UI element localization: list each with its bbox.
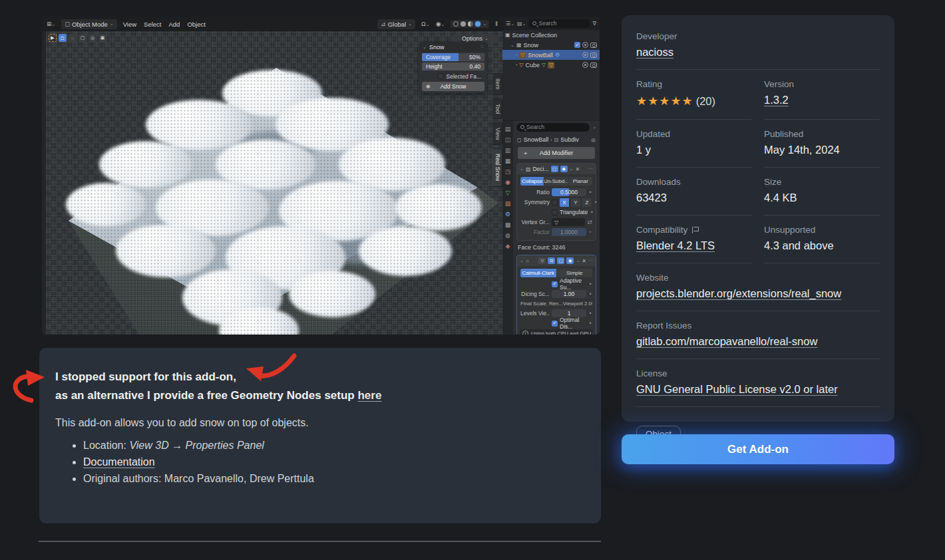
documentation-link[interactable]: Documentation [83, 456, 155, 468]
snow-blob [116, 224, 216, 277]
developer-label: Developer [636, 31, 880, 41]
size-label: Size [764, 177, 880, 187]
section-divider [39, 541, 601, 542]
rating-cell: Rating ★★★★★(20) [636, 70, 752, 120]
menu-object: Object [187, 21, 205, 28]
eye-icon [582, 62, 588, 68]
collapse-button: Collapse [520, 177, 544, 186]
vertex-group-row: Vertex Gr... ▽ ⇄ [520, 218, 592, 226]
published-cell: Published May 14th, 2024 [764, 120, 880, 168]
display-render-toggle-icon: ◉ [566, 257, 574, 264]
material-shading-icon [468, 21, 473, 27]
license-cell: License GNU General Public License v2.0 … [636, 359, 880, 407]
ratio-slider: 0.5000 [552, 188, 586, 196]
select-circle-icon: ◌ [69, 34, 77, 42]
active-tool-row: ▶ ◻ ◌ ▢ ◎ ▣ [49, 34, 106, 42]
final-scale-text: Final Scale: Ren...Viewport 2.00 px [520, 301, 592, 307]
vertex-group-field: ▽ [552, 218, 585, 226]
website-link[interactable]: projects.blender.org/extensions/real_sno… [636, 287, 841, 299]
modifier-icon: ⊡ [554, 137, 559, 143]
triangulate-checkbox [552, 210, 558, 215]
updated-cell: Updated 1 y [636, 120, 752, 168]
vertex-group-icon: ▽ [554, 219, 558, 225]
documentation-item: Documentation [83, 456, 585, 468]
unsupported-label: Unsupported [764, 225, 880, 235]
properties-header: Search ⌄ [513, 120, 600, 134]
outliner-funnel-icon: ∇ [593, 21, 596, 27]
version-link[interactable]: 1.3.2 [764, 94, 789, 106]
display-viewport-toggle-icon: ▢ [551, 166, 558, 172]
tab-real-snow: Real Snow [492, 148, 502, 186]
scene-tab-icon: ◳ [505, 168, 511, 175]
viewlayer-tab-icon: ▦ [505, 158, 511, 164]
support-notice-heading: I stopped support for this add-on, as an… [55, 368, 585, 405]
size-cell: Size 4.4 KB [764, 168, 880, 215]
rendered-shading-icon [475, 21, 480, 27]
render-tab-icon: ◫ [505, 136, 511, 143]
object-icon: ◻ [517, 137, 522, 143]
updated-value: 1 y [636, 144, 752, 156]
adaptive-row: ✓ Adaptive Su... • [520, 280, 592, 288]
panel-grip-icon: ⁙ [480, 45, 484, 50]
close-icon: ✕ [575, 166, 580, 172]
factor-slider: 1.0000 [552, 228, 586, 236]
version-label: Version [764, 79, 880, 89]
selected-faces-checkbox-row: Selected Fa... [419, 72, 484, 80]
snow-addon-panel: ⌄Snow⁙ Coverage 50% Height 0.40 Selected… [419, 42, 487, 93]
levels-field: 1 [552, 309, 586, 317]
rating-label: Rating [636, 79, 752, 89]
outliner-filter-icon: ☰⌄ [506, 21, 514, 27]
downloads-value: 63423 [636, 192, 752, 204]
material-tab-icon: ◆ [506, 243, 510, 249]
proportional-edit-icon: ◉⌄ [436, 21, 445, 27]
geometry-nodes-link[interactable]: here [357, 389, 381, 402]
axis-z-button: Z [582, 198, 592, 207]
compatibility-label: Compatibility [636, 225, 687, 235]
camera-icon [590, 63, 597, 68]
tab-tool: Tool [492, 98, 502, 120]
description-card: I stopped support for this add-on, as an… [39, 348, 601, 523]
outliner-panel: ☰⌄ ▤⌄ Search ∇ ▣ Scene Collection ⌄ ▦ Sn… [502, 17, 600, 119]
eye-icon [582, 52, 588, 58]
optimal-row: ✓ Optimal Dis... • [520, 319, 592, 327]
license-label: License [636, 368, 880, 378]
menu-view: View [123, 21, 136, 28]
get-addon-button[interactable]: Get Add-on [622, 434, 894, 464]
subdivision-header: ⌄ ○ ▽ ⊡ ▢ ◉ ⌄ ✕ ⋯ [517, 255, 596, 266]
subdivision-mode-buttons: Catmull-Clark Simple [520, 269, 592, 277]
face-count-text: Face Count: 3246 [518, 244, 595, 251]
object-mode-icon: ◻ [65, 21, 69, 27]
snow-blob [99, 141, 192, 188]
outliner-row-collection: ⌄ ▦ Snow ✓ [502, 40, 600, 50]
pin-icon: ◎ [591, 137, 596, 143]
data-tab-icon: ▨ [505, 200, 511, 207]
published-label: Published [764, 129, 880, 139]
select-lasso-icon: ▢ [79, 34, 87, 42]
flag-icon [692, 227, 697, 233]
developer-link[interactable]: nacioss [636, 46, 673, 58]
search-icon [520, 125, 524, 129]
addon-summary: This add-on allows you to add snow on to… [55, 417, 585, 429]
mesh-data-icon: ▽ [519, 52, 526, 59]
outliner-row-snowball: › ▽ SnowBall ⚙ [502, 50, 600, 60]
mesh-icon: ▽ [519, 62, 523, 68]
close-icon: ✕ [582, 258, 586, 264]
optimal-checkbox: ✓ [552, 321, 558, 327]
website-label: Website [636, 273, 880, 283]
license-link[interactable]: GNU General Public License v2.0 or later [636, 383, 838, 395]
edit-mode-toggle-icon: ▽ [538, 257, 546, 264]
addon-details-list: Location: View 3D → Properties Panel Doc… [83, 440, 585, 485]
published-value: May 14th, 2024 [764, 144, 880, 156]
addon-screenshot-card[interactable]: ⊞⌄ ◻Object Mode⌄ View Select Add Object … [42, 17, 600, 335]
plus-icon: ＋ [522, 149, 528, 158]
collection-checkbox: ✓ [574, 42, 580, 48]
compatibility-link[interactable]: Blender 4.2 LTS [636, 239, 715, 251]
decimate-header: ⌄ ▨ Deci... ▢ ◉ ⌄ ✕ ⋯ [517, 164, 596, 174]
camera-icon [590, 53, 597, 58]
snow-blob [359, 226, 452, 276]
decimate-mode-buttons: Collapse Un-Subd... Planar [520, 177, 592, 186]
outliner-row-scene: ▣ Scene Collection [502, 30, 600, 40]
realtime-toggle-icon: ⊡ [548, 257, 555, 264]
report-issues-link[interactable]: gitlab.com/marcopavanello/real-snow [636, 335, 817, 347]
updated-label: Updated [636, 129, 752, 139]
